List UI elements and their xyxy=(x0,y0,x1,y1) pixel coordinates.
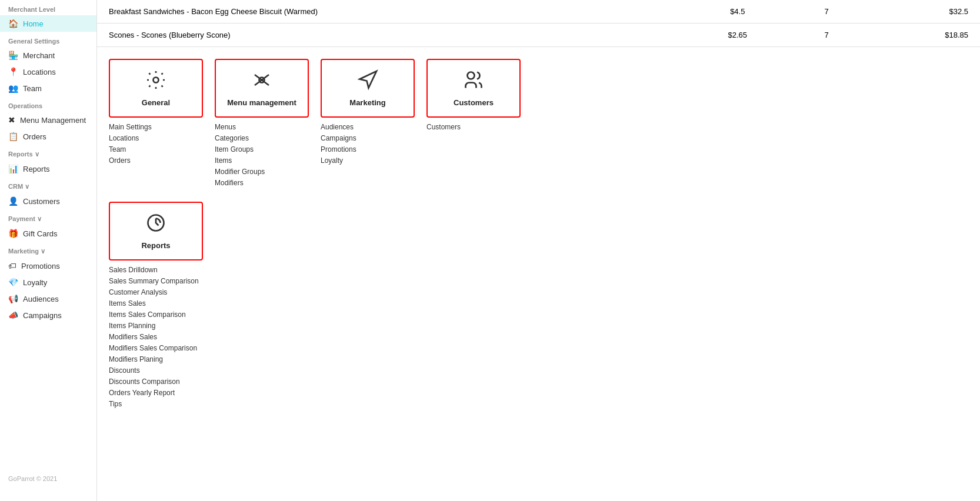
customers-card-title: Customers xyxy=(454,98,494,107)
card-link[interactable]: Modifiers Sales xyxy=(109,332,203,342)
sidebar: Merchant Level 🏠 Home General Settings 🏪… xyxy=(0,0,97,501)
card-link[interactable]: Locations xyxy=(109,133,203,143)
customers-card-icon xyxy=(463,69,484,95)
item-total: $18.85 xyxy=(862,24,980,47)
sidebar-section-crm: CRM ∨ xyxy=(0,177,96,193)
sidebar-item-promotions[interactable]: 🏷 Promotions xyxy=(0,258,96,274)
top-table: Breakfast Sandwiches - Bacon Egg Cheese … xyxy=(97,0,980,47)
item-qty: 7 xyxy=(791,0,861,24)
reports-card-links: Sales DrilldownSales Summary ComparisonC… xyxy=(109,263,203,411)
card-link[interactable]: Campaigns xyxy=(321,133,415,143)
item-price: $4.5 xyxy=(684,0,791,24)
sidebar-item-campaigns[interactable]: 📣 Campaigns xyxy=(0,307,96,323)
sidebar-section-general-settings: General Settings xyxy=(0,32,96,47)
card-link[interactable]: Items Sales xyxy=(109,299,203,308)
sidebar-section-merchant-level: Merchant Level xyxy=(0,0,96,15)
card-link[interactable]: Customer Analysis xyxy=(109,288,203,297)
card-link[interactable]: Modifier Groups xyxy=(215,167,309,176)
card-link[interactable]: Sales Summary Comparison xyxy=(109,276,203,286)
card-link[interactable]: Discounts Comparison xyxy=(109,377,203,386)
item-price: $2.65 xyxy=(684,24,791,47)
reports-card-section: Reports Sales DrilldownSales Summary Com… xyxy=(109,202,203,411)
table-row: Breakfast Sandwiches - Bacon Egg Cheese … xyxy=(97,0,980,24)
card-link[interactable]: Item Groups xyxy=(215,145,309,154)
marketing-card-icon xyxy=(357,69,378,95)
card-link[interactable]: Items Sales Comparison xyxy=(109,310,203,319)
reports-icon: 📊 xyxy=(8,164,18,173)
marketing-card-links: AudiencesCampaignsPromotionsLoyalty xyxy=(321,120,415,168)
reports-card-title: Reports xyxy=(141,241,170,250)
main-content: Breakfast Sandwiches - Bacon Egg Cheese … xyxy=(97,0,980,501)
sidebar-item-customers[interactable]: 👤 Customers xyxy=(0,193,96,209)
card-link[interactable]: Orders xyxy=(109,156,203,165)
card-link[interactable]: Promotions xyxy=(321,145,415,154)
sidebar-item-merchant[interactable]: 🏪 Merchant xyxy=(0,47,96,64)
audiences-icon: 📢 xyxy=(8,294,18,303)
item-name: Scones - Scones (Blueberry Scone) xyxy=(97,24,684,47)
marketing-card[interactable]: Marketing xyxy=(321,59,415,118)
card-link[interactable]: Modifiers Sales Comparison xyxy=(109,343,203,353)
sidebar-item-audiences[interactable]: 📢 Audiences xyxy=(0,290,96,307)
location-icon: 📍 xyxy=(8,67,18,76)
card-link[interactable]: Main Settings xyxy=(109,122,203,132)
general-card[interactable]: General xyxy=(109,59,203,118)
customers-card[interactable]: Customers xyxy=(426,59,521,118)
general-card-links: Main SettingsLocationsTeamOrders xyxy=(109,120,203,168)
sidebar-section-payment: Payment ∨ xyxy=(0,209,96,225)
orders-icon: 📋 xyxy=(8,132,18,141)
customers-icon: 👤 xyxy=(8,196,18,206)
campaigns-icon: 📣 xyxy=(8,310,18,320)
sidebar-item-team[interactable]: 👥 Team xyxy=(0,80,96,96)
card-link[interactable]: Audiences xyxy=(321,122,415,132)
menu-management-card-icon xyxy=(251,69,272,95)
svg-point-4 xyxy=(468,72,475,79)
item-qty: 7 xyxy=(791,24,861,47)
general-card-section: General Main SettingsLocationsTeamOrders xyxy=(109,59,203,168)
menu-management-card-section: Menu management MenusCategoriesItem Grou… xyxy=(215,59,309,190)
merchant-icon: 🏪 xyxy=(8,51,18,60)
table-row: Scones - Scones (Blueberry Scone) $2.65 … xyxy=(97,24,980,47)
card-link[interactable]: Categories xyxy=(215,133,309,143)
reports-card-icon xyxy=(145,212,166,238)
sidebar-item-locations[interactable]: 📍 Locations xyxy=(0,64,96,80)
sidebar-item-reports[interactable]: 📊 Reports xyxy=(0,161,96,177)
card-link[interactable]: Items Planning xyxy=(109,321,203,330)
sidebar-footer: GoParrot © 2021 xyxy=(0,468,96,489)
item-name: Breakfast Sandwiches - Bacon Egg Cheese … xyxy=(97,0,684,24)
sidebar-item-menu-management[interactable]: ✖ Menu Management xyxy=(0,112,96,128)
customers-card-links: Customers xyxy=(426,120,521,134)
sidebar-item-loyalty[interactable]: 💎 Loyalty xyxy=(0,274,96,290)
sidebar-section-reports: Reports ∨ xyxy=(0,145,96,161)
cards-row-2: Reports Sales DrilldownSales Summary Com… xyxy=(97,202,980,423)
sidebar-section-operations: Operations xyxy=(0,96,96,112)
sidebar-item-orders[interactable]: 📋 Orders xyxy=(0,128,96,145)
menu-management-icon: ✖ xyxy=(8,115,15,125)
card-link[interactable]: Loyalty xyxy=(321,156,415,165)
card-link[interactable]: Team xyxy=(109,145,203,154)
menu-management-card[interactable]: Menu management xyxy=(215,59,309,118)
card-link[interactable]: Items xyxy=(215,156,309,165)
card-link[interactable]: Sales Drilldown xyxy=(109,265,203,275)
card-link[interactable]: Orders Yearly Report xyxy=(109,388,203,398)
sidebar-item-home[interactable]: 🏠 Home xyxy=(0,15,96,32)
card-link[interactable]: Modifiers xyxy=(215,178,309,188)
sidebar-section-marketing: Marketing ∨ xyxy=(0,242,96,258)
customers-card-section: Customers Customers xyxy=(426,59,521,134)
card-link[interactable]: Modifiers Planing xyxy=(109,355,203,364)
card-link[interactable]: Tips xyxy=(109,399,203,409)
card-link[interactable]: Discounts xyxy=(109,366,203,375)
item-total: $32.5 xyxy=(862,0,980,24)
sidebar-item-gift-cards[interactable]: 🎁 Gift Cards xyxy=(0,225,96,242)
card-link[interactable]: Customers xyxy=(426,122,521,132)
loyalty-icon: 💎 xyxy=(8,278,18,287)
promotions-icon: 🏷 xyxy=(8,261,16,270)
team-icon: 👥 xyxy=(8,84,18,93)
general-card-icon xyxy=(145,69,166,95)
gift-cards-icon: 🎁 xyxy=(8,229,18,238)
reports-card[interactable]: Reports xyxy=(109,202,203,260)
card-link[interactable]: Menus xyxy=(215,122,309,132)
svg-point-0 xyxy=(154,78,159,83)
menu-management-card-title: Menu management xyxy=(227,98,296,107)
marketing-card-title: Marketing xyxy=(349,98,385,107)
home-icon: 🏠 xyxy=(8,19,18,28)
